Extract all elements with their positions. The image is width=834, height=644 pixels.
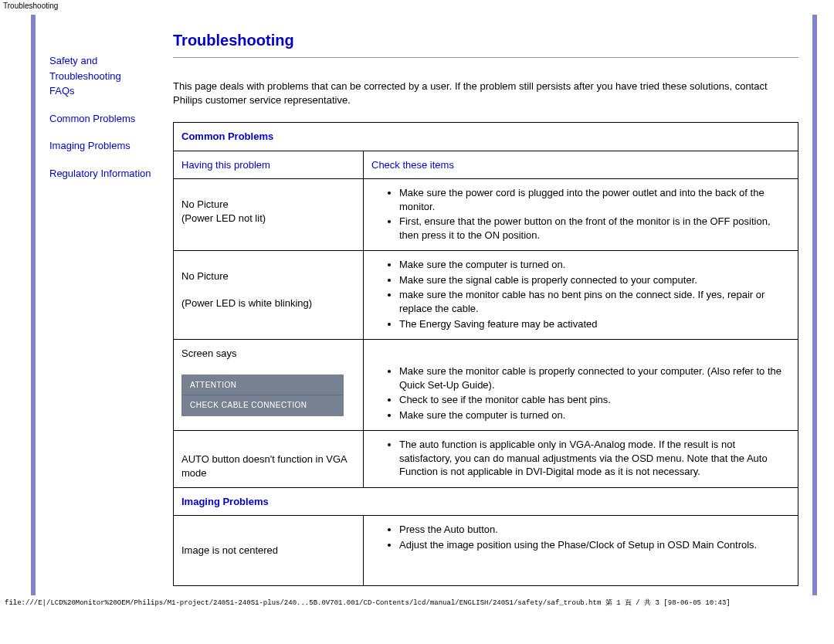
- problem-cell: Screen says ATTENTION CHECK CABLE CONNEC…: [174, 340, 364, 431]
- problem-subtext: (Power LED not lit): [181, 212, 266, 224]
- check-item: Make sure the computer is turned on.: [399, 258, 790, 272]
- problem-text: No Picture: [181, 198, 229, 210]
- column-header-problem: Having this problem: [174, 151, 364, 179]
- problem-cell: AUTO button doesn't function in VGA mode: [174, 431, 364, 488]
- main-content: Troubleshooting This page deals with pro…: [167, 15, 812, 586]
- check-item: Adjust the image position using the Phas…: [399, 538, 790, 552]
- footer-file-path: file:///E|/LCD%20Monitor%20OEM/Philips/M…: [0, 595, 834, 612]
- checks-cell: Make sure the monitor cable is properly …: [364, 340, 798, 431]
- check-item: Press the Auto button.: [399, 523, 790, 537]
- problem-text: AUTO button doesn't function in VGA mode: [181, 453, 347, 479]
- check-item: Check to see if the monitor cable has be…: [399, 393, 790, 407]
- sidebar-link-imaging-problems[interactable]: Imaging Problems: [49, 140, 131, 151]
- check-item: First, ensure that the power button on t…: [399, 215, 790, 242]
- sidebar-link-safety[interactable]: Safety and Troubleshooting: [49, 55, 121, 82]
- divider: [173, 57, 798, 58]
- problem-text: Screen says: [181, 347, 237, 359]
- document-header-title: Troubleshooting: [0, 0, 834, 15]
- table-row: Screen says ATTENTION CHECK CABLE CONNEC…: [174, 340, 798, 431]
- sidebar-link-faqs[interactable]: FAQs: [49, 85, 75, 97]
- check-item: make sure the monitor cable has no bent …: [399, 288, 790, 315]
- problem-cell: Image is not centered: [174, 516, 364, 586]
- problem-cell: No Picture (Power LED not lit): [174, 179, 364, 251]
- check-item: Make sure the power cord is plugged into…: [399, 186, 790, 213]
- page-frame: Safety and Troubleshooting FAQs Common P…: [31, 15, 817, 595]
- attention-message: CHECK CABLE CONNECTION: [182, 395, 343, 415]
- checks-cell: Make sure the power cord is plugged into…: [364, 179, 798, 251]
- check-item: Make sure the monitor cable is properly …: [399, 364, 790, 391]
- sidebar-link-common-problems[interactable]: Common Problems: [49, 113, 135, 124]
- checks-cell: The auto function is applicable only in …: [364, 431, 798, 488]
- page-heading: Troubleshooting: [173, 32, 798, 49]
- attention-label: ATTENTION: [182, 375, 343, 396]
- problem-cell: No Picture (Power LED is white blinking): [174, 251, 364, 340]
- problem-text: No Picture: [181, 270, 229, 282]
- column-header-checks: Check these items: [364, 151, 798, 179]
- troubleshooting-table: Common Problems Having this problem Chec…: [173, 122, 798, 586]
- section-header-common: Common Problems: [174, 123, 798, 151]
- check-item: Make sure the signal cable is properly c…: [399, 273, 790, 287]
- checks-cell: Press the Auto button. Adjust the image …: [364, 516, 798, 586]
- check-item: The Energy Saving feature may be activat…: [399, 317, 790, 331]
- sidebar: Safety and Troubleshooting FAQs Common P…: [36, 15, 167, 586]
- checks-cell: Make sure the computer is turned on. Mak…: [364, 251, 798, 340]
- table-row: Image is not centered Press the Auto but…: [174, 516, 798, 586]
- check-item: Make sure the computer is turned on.: [399, 408, 790, 422]
- intro-paragraph: This page deals with problems that can b…: [173, 80, 798, 107]
- table-row: AUTO button doesn't function in VGA mode…: [174, 431, 798, 488]
- problem-subtext: (Power LED is white blinking): [181, 297, 312, 309]
- attention-box: ATTENTION CHECK CABLE CONNECTION: [181, 375, 344, 416]
- problem-text: Image is not centered: [181, 544, 278, 556]
- sidebar-link-regulatory[interactable]: Regulatory Information: [49, 168, 151, 179]
- check-item: The auto function is applicable only in …: [399, 438, 790, 479]
- table-row: No Picture (Power LED is white blinking)…: [174, 251, 798, 340]
- section-header-imaging: Imaging Problems: [174, 487, 798, 516]
- table-row: No Picture (Power LED not lit) Make sure…: [174, 179, 798, 251]
